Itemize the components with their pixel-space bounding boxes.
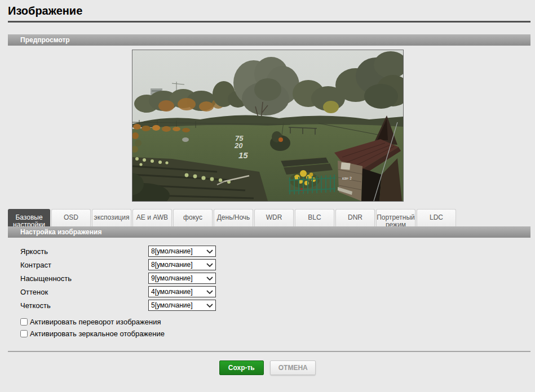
hue-row: Оттенок 4[умолчание] <box>20 285 530 299</box>
image-settings-section-label: Настройка изображения <box>20 228 101 236</box>
tab-osd[interactable]: OSD <box>51 209 91 226</box>
saturation-value: 9[умолчание] <box>151 274 193 282</box>
flip-image-checkbox[interactable] <box>20 318 28 326</box>
contrast-row: Контраст 8[умолчание] <box>20 258 530 271</box>
preview-area: 75 20 15 <box>0 50 535 202</box>
brightness-label: Яркость <box>20 247 148 256</box>
footer-divider <box>8 351 530 352</box>
tab-dnr[interactable]: DNR <box>335 209 375 226</box>
sharpness-value: 5[умолчание] <box>151 301 193 309</box>
distance-marker-15: 15 <box>238 150 248 160</box>
brightness-select[interactable]: 8[умолчание] <box>148 246 216 257</box>
image-settings-section-header: Настройка изображения <box>8 226 530 238</box>
hue-select[interactable]: 4[умолчание] <box>148 286 216 297</box>
chevron-down-icon <box>206 277 213 280</box>
contrast-value: 8[умолчание] <box>151 261 193 269</box>
sharpness-select[interactable]: 5[умолчание] <box>148 300 216 311</box>
osd-channel-text: кан 2 <box>342 176 352 180</box>
preview-section-label: Предпросмотр <box>20 36 70 44</box>
preview-section-header: Предпросмотр <box>8 34 530 46</box>
flip-options: Активировать переворот изображения Актив… <box>20 316 530 340</box>
tab-focus[interactable]: фокус <box>173 209 213 226</box>
saturation-label: Насыщенность <box>20 274 148 283</box>
tab-ldc[interactable]: LDC <box>417 209 456 226</box>
tab-portrait-mode[interactable]: Портретный режим <box>376 209 415 226</box>
chevron-down-icon <box>206 263 213 267</box>
tab-exposure[interactable]: экспозиция <box>92 209 131 226</box>
image-settings-form: Яркость 8[умолчание] Контраст 8[умолчани… <box>8 244 530 340</box>
tab-blc[interactable]: BLC <box>295 209 334 226</box>
distance-marker-20: 20 <box>234 141 243 150</box>
settings-tabs: Базовые настройки OSD экспозиция AE и AW… <box>8 209 530 226</box>
tab-ae-awb[interactable]: AE и AWB <box>132 209 172 226</box>
mirror-image-label: Активировать зеркальное отображение <box>30 329 165 338</box>
contrast-label: Контраст <box>20 261 148 269</box>
saturation-select[interactable]: 9[умолчание] <box>148 273 216 284</box>
tab-day-night[interactable]: День/Ночь <box>214 209 253 226</box>
footer-actions: Сохр-ть ОТМЕНА <box>0 360 535 375</box>
tab-wdr[interactable]: WDR <box>254 209 294 226</box>
sharpness-label: Четкость <box>20 301 148 310</box>
sharpness-row: Четкость 5[умолчание] <box>20 299 530 312</box>
contrast-select[interactable]: 8[умолчание] <box>148 259 216 270</box>
brightness-value: 8[умолчание] <box>151 247 193 255</box>
chevron-down-icon <box>206 304 213 308</box>
page-title: Изображение <box>8 5 530 23</box>
chevron-down-icon <box>206 290 213 294</box>
cancel-button[interactable]: ОТМЕНА <box>270 360 316 375</box>
camera-preview-image: 75 20 15 <box>132 50 404 202</box>
flip-image-label: Активировать переворот изображения <box>30 318 161 326</box>
saturation-row: Насыщенность 9[умолчание] <box>20 271 530 285</box>
camera-scene: 75 20 15 <box>132 50 403 201</box>
save-button[interactable]: Сохр-ть <box>219 360 264 375</box>
chevron-down-icon <box>206 250 213 253</box>
stone <box>182 137 189 142</box>
brightness-row: Яркость 8[умолчание] <box>20 244 530 258</box>
mirror-image-row: Активировать зеркальное отображение <box>20 328 530 340</box>
hue-value: 4[умолчание] <box>151 288 193 296</box>
mirror-image-checkbox[interactable] <box>20 330 28 337</box>
flip-image-row: Активировать переворот изображения <box>20 316 530 328</box>
hue-label: Оттенок <box>20 288 148 296</box>
tab-basic-settings[interactable]: Базовые настройки <box>8 209 50 226</box>
